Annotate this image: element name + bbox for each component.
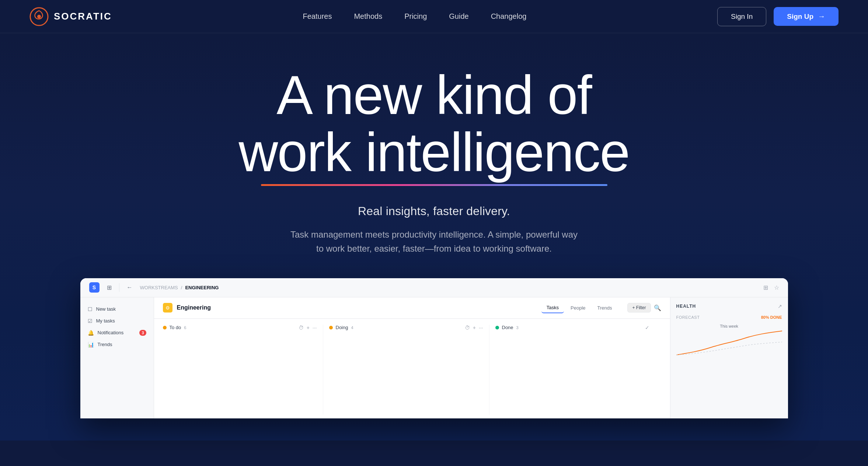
sidebar-item-trends-label: Trends bbox=[98, 342, 112, 347]
breadcrumb-current: ENGINEERING bbox=[185, 285, 219, 290]
logo-area[interactable]: SOCRATIC bbox=[29, 7, 112, 26]
breadcrumb: WORKSTREAMS / ENGINEERING bbox=[140, 285, 219, 290]
doing-count: 4 bbox=[351, 325, 353, 330]
notifications-badge: 3 bbox=[139, 330, 146, 336]
sidebar-item-new-task-label: New task bbox=[96, 306, 116, 312]
content-title: Engineering bbox=[177, 304, 211, 311]
topbar-right-actions: ⊞ ☆ bbox=[763, 284, 779, 291]
column-todo-label: To do bbox=[170, 325, 181, 330]
hero-title: A new kind of work intelligence bbox=[238, 66, 629, 181]
forecast-header: FORECAST 80% DONE bbox=[676, 315, 782, 320]
done-count: 3 bbox=[516, 325, 519, 330]
doing-dot bbox=[329, 326, 333, 329]
app-preview-wrapper: S ⊞ ← WORKSTREAMS / ENGINEERING ⊞ ☆ bbox=[80, 278, 788, 418]
doing-clock-icon: ⏱ bbox=[465, 325, 470, 331]
navbar: SOCRATIC Features Methods Pricing Guide … bbox=[0, 0, 868, 33]
hero-description: Task management meets productivity intel… bbox=[290, 228, 578, 256]
sidebar-item-my-tasks-label: My tasks bbox=[96, 318, 115, 324]
brand-name: SOCRATIC bbox=[54, 11, 112, 22]
sidebar-item-notifications[interactable]: 🔔 Notifications 3 bbox=[80, 327, 154, 339]
column-doing: Doing 4 ⏱ + ··· bbox=[329, 325, 489, 415]
column-doing-header: Doing 4 ⏱ + ··· bbox=[329, 325, 483, 331]
topbar-separator bbox=[119, 283, 119, 292]
topbar-grid-view-icon[interactable]: ⊞ bbox=[763, 284, 768, 291]
app-sidebar: ☐ New task ☑ My tasks 🔔 Notifications 3 … bbox=[80, 297, 154, 418]
todo-dot bbox=[163, 326, 167, 329]
forecast-week: This week bbox=[720, 324, 738, 328]
forecast-chart bbox=[676, 329, 782, 359]
filter-button[interactable]: + Filter bbox=[627, 303, 651, 313]
search-icon[interactable]: 🔍 bbox=[654, 304, 661, 311]
notifications-icon: 🔔 bbox=[88, 330, 94, 336]
health-header: HEALTH ↗ bbox=[676, 303, 782, 309]
sidebar-item-new-task[interactable]: ☐ New task bbox=[80, 303, 154, 315]
logo-icon bbox=[29, 7, 49, 26]
content-tabs: Tasks People Trends bbox=[541, 303, 617, 313]
column-done-header: Done 3 ✓ bbox=[495, 325, 649, 331]
doing-more-icon[interactable]: ··· bbox=[479, 325, 483, 331]
nav-guide[interactable]: Guide bbox=[449, 12, 468, 21]
tab-people[interactable]: People bbox=[565, 303, 590, 313]
task-columns: To do 6 ⏱ + ··· bbox=[154, 319, 670, 418]
tab-trends[interactable]: Trends bbox=[592, 303, 617, 313]
forecast-pct: 80% DONE bbox=[761, 315, 782, 320]
nav-actions: Sign In Sign Up → bbox=[717, 7, 839, 26]
health-expand-icon[interactable]: ↗ bbox=[778, 303, 782, 309]
done-check-icon: ✓ bbox=[645, 325, 649, 331]
breadcrumb-separator: / bbox=[181, 285, 182, 290]
signup-button[interactable]: Sign Up → bbox=[774, 7, 839, 26]
signin-button[interactable]: Sign In bbox=[717, 7, 766, 26]
column-todo-header: To do 6 ⏱ + ··· bbox=[163, 325, 317, 331]
hero-subtitle: Real insights, faster delivery. bbox=[358, 204, 510, 218]
nav-pricing[interactable]: Pricing bbox=[404, 12, 427, 21]
column-done-label: Done bbox=[502, 325, 513, 330]
nav-features[interactable]: Features bbox=[303, 12, 332, 21]
topbar-grid-icon: ⊞ bbox=[107, 284, 112, 291]
app-main: ☐ New task ☑ My tasks 🔔 Notifications 3 … bbox=[80, 297, 788, 418]
todo-clock-icon: ⏱ bbox=[299, 325, 304, 331]
done-dot bbox=[495, 326, 499, 329]
hero-underline-decoration bbox=[261, 184, 607, 186]
breadcrumb-parent: WORKSTREAMS bbox=[140, 285, 178, 290]
app-topbar: S ⊞ ← WORKSTREAMS / ENGINEERING ⊞ ☆ bbox=[80, 278, 788, 297]
trends-icon: 📊 bbox=[88, 342, 94, 348]
health-title: HEALTH bbox=[676, 304, 696, 309]
topbar-back-icon[interactable]: ← bbox=[127, 284, 133, 291]
nav-links: Features Methods Pricing Guide Changelog bbox=[303, 12, 527, 21]
signup-arrow-icon: → bbox=[818, 12, 825, 21]
column-doing-label: Doing bbox=[336, 325, 348, 330]
content-header: ⚙ Engineering Tasks People Trends + Filt… bbox=[154, 297, 670, 319]
sidebar-item-trends[interactable]: 📊 Trends bbox=[80, 339, 154, 351]
content-icon: ⚙ bbox=[163, 303, 172, 313]
todo-column-actions: ⏱ + ··· bbox=[299, 325, 317, 331]
sidebar-item-notifications-label: Notifications bbox=[98, 330, 124, 335]
hero-section: A new kind of work intelligence Real ins… bbox=[0, 33, 868, 441]
my-tasks-icon: ☑ bbox=[88, 318, 93, 324]
column-todo: To do 6 ⏱ + ··· bbox=[163, 325, 323, 415]
tab-tasks[interactable]: Tasks bbox=[541, 303, 564, 313]
todo-more-icon[interactable]: ··· bbox=[313, 325, 317, 331]
content-actions: + Filter 🔍 bbox=[627, 303, 661, 313]
new-task-icon: ☐ bbox=[88, 306, 93, 312]
svg-point-1 bbox=[37, 15, 41, 18]
app-logo-icon: S bbox=[89, 282, 100, 293]
topbar-star-icon[interactable]: ☆ bbox=[774, 284, 779, 291]
app-preview: S ⊞ ← WORKSTREAMS / ENGINEERING ⊞ ☆ bbox=[80, 278, 788, 418]
forecast-label: FORECAST bbox=[676, 315, 700, 320]
app-content: ⚙ Engineering Tasks People Trends + Filt… bbox=[154, 297, 670, 418]
doing-add-icon[interactable]: + bbox=[473, 325, 476, 331]
todo-count: 6 bbox=[184, 325, 186, 330]
done-column-actions: ✓ bbox=[645, 325, 649, 331]
column-done: Done 3 ✓ bbox=[495, 325, 655, 415]
health-panel: HEALTH ↗ FORECAST 80% DONE This week bbox=[670, 297, 788, 418]
signup-label: Sign Up bbox=[787, 13, 813, 21]
sidebar-item-my-tasks[interactable]: ☑ My tasks bbox=[80, 315, 154, 327]
nav-changelog[interactable]: Changelog bbox=[491, 12, 527, 21]
todo-add-icon[interactable]: + bbox=[307, 325, 310, 331]
doing-column-actions: ⏱ + ··· bbox=[465, 325, 483, 331]
nav-methods[interactable]: Methods bbox=[354, 12, 382, 21]
